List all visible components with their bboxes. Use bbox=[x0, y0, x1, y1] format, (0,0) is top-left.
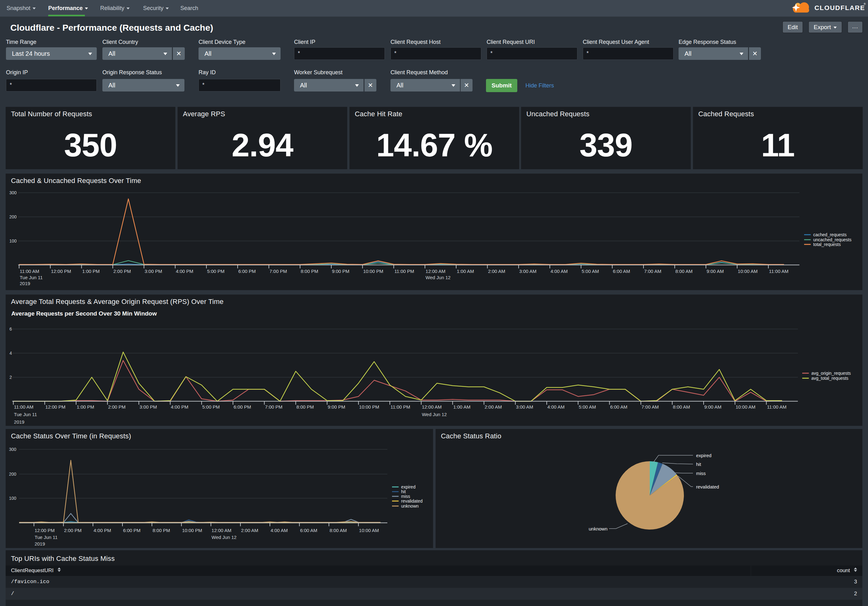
svg-text:11:00 PM: 11:00 PM bbox=[391, 404, 410, 410]
svg-text:avg_total_requests: avg_total_requests bbox=[811, 376, 848, 381]
svg-text:2019: 2019 bbox=[14, 419, 25, 424]
svg-text:6:00 AM: 6:00 AM bbox=[613, 269, 630, 274]
svg-text:CLOUDFLARE: CLOUDFLARE bbox=[814, 4, 865, 11]
svg-text:unknown: unknown bbox=[589, 526, 608, 531]
svg-text:200: 200 bbox=[9, 214, 17, 219]
svg-text:10:00 AM: 10:00 AM bbox=[736, 404, 755, 410]
svg-text:4:00 AM: 4:00 AM bbox=[271, 528, 288, 533]
svg-text:7:00 AM: 7:00 AM bbox=[642, 404, 659, 410]
svg-text:12:00 AM: 12:00 AM bbox=[212, 528, 231, 533]
svg-text:2:00 PM: 2:00 PM bbox=[64, 528, 82, 533]
svg-text:9:00 PM: 9:00 PM bbox=[332, 269, 349, 274]
svg-text:6:00 AM: 6:00 AM bbox=[610, 404, 627, 410]
svg-text:8:00 PM: 8:00 PM bbox=[296, 404, 314, 410]
svg-text:12:00 AM: 12:00 AM bbox=[422, 404, 442, 410]
svg-text:revalidated: revalidated bbox=[696, 484, 719, 489]
svg-text:5:00 AM: 5:00 AM bbox=[579, 404, 596, 410]
svg-text:4: 4 bbox=[9, 351, 12, 356]
svg-text:Tue Jun 11: Tue Jun 11 bbox=[34, 535, 57, 540]
svg-text:3:00 PM: 3:00 PM bbox=[140, 404, 157, 410]
svg-text:2019: 2019 bbox=[20, 281, 30, 286]
svg-text:Wed Jun 12: Wed Jun 12 bbox=[212, 535, 237, 540]
svg-text:1:00 PM: 1:00 PM bbox=[77, 404, 94, 410]
svg-text:2: 2 bbox=[9, 375, 12, 380]
svg-text:10:00 AM: 10:00 AM bbox=[738, 269, 758, 274]
svg-text:9:00 PM: 9:00 PM bbox=[328, 404, 346, 410]
svg-text:10:00 PM: 10:00 PM bbox=[182, 528, 202, 533]
svg-text:hit: hit bbox=[401, 489, 406, 494]
svg-text:9:00 AM: 9:00 AM bbox=[704, 404, 721, 410]
svg-text:expired: expired bbox=[696, 453, 711, 458]
svg-text:300: 300 bbox=[9, 190, 17, 195]
svg-text:3:00 AM: 3:00 AM bbox=[516, 404, 533, 410]
svg-text:6:00 PM: 6:00 PM bbox=[238, 269, 256, 274]
svg-text:2019: 2019 bbox=[34, 541, 45, 547]
svg-text:7:00 PM: 7:00 PM bbox=[265, 404, 282, 410]
svg-text:12:00 PM: 12:00 PM bbox=[51, 269, 71, 274]
svg-text:200: 200 bbox=[9, 472, 17, 477]
svg-text:2:00 PM: 2:00 PM bbox=[108, 404, 126, 410]
svg-text:10:00 PM: 10:00 PM bbox=[363, 269, 383, 274]
svg-text:11:00 PM: 11:00 PM bbox=[394, 269, 414, 274]
svg-text:cached_requests: cached_requests bbox=[813, 232, 847, 237]
svg-text:11:00 AM: 11:00 AM bbox=[14, 404, 34, 410]
svg-text:8:00 AM: 8:00 AM bbox=[673, 404, 690, 410]
svg-text:12:00 PM: 12:00 PM bbox=[45, 404, 65, 410]
svg-text:7:00 AM: 7:00 AM bbox=[644, 269, 661, 274]
svg-text:9:00 AM: 9:00 AM bbox=[707, 269, 724, 274]
svg-text:10:00 AM: 10:00 AM bbox=[359, 528, 379, 533]
svg-text:4:00 AM: 4:00 AM bbox=[547, 404, 564, 410]
svg-text:8:00 PM: 8:00 PM bbox=[152, 528, 170, 533]
svg-text:total_requests: total_requests bbox=[813, 242, 841, 247]
svg-text:4:00 PM: 4:00 PM bbox=[176, 269, 194, 274]
svg-text:10:00 PM: 10:00 PM bbox=[359, 404, 379, 410]
svg-text:4:00 AM: 4:00 AM bbox=[550, 269, 568, 274]
svg-text:4:00 PM: 4:00 PM bbox=[94, 528, 111, 533]
svg-text:6:00 AM: 6:00 AM bbox=[300, 528, 317, 533]
svg-text:300: 300 bbox=[9, 447, 17, 452]
svg-text:7:00 PM: 7:00 PM bbox=[270, 269, 287, 274]
svg-text:8:00 PM: 8:00 PM bbox=[301, 269, 318, 274]
svg-text:8:00 AM: 8:00 AM bbox=[676, 269, 693, 274]
svg-text:6:00 PM: 6:00 PM bbox=[123, 528, 141, 533]
svg-text:Wed Jun 12: Wed Jun 12 bbox=[422, 412, 447, 417]
svg-text:5:00 AM: 5:00 AM bbox=[582, 269, 599, 274]
svg-text:5:00 PM: 5:00 PM bbox=[202, 404, 220, 410]
svg-text:11:00 AM: 11:00 AM bbox=[767, 404, 786, 410]
svg-text:uncached_requests: uncached_requests bbox=[813, 237, 851, 242]
svg-text:2:00 AM: 2:00 AM bbox=[485, 404, 502, 410]
svg-text:12:00 PM: 12:00 PM bbox=[34, 528, 54, 533]
svg-text:1:00 AM: 1:00 AM bbox=[453, 404, 470, 410]
svg-text:12:00 AM: 12:00 AM bbox=[426, 269, 445, 274]
svg-text:hit: hit bbox=[696, 461, 701, 467]
svg-text:3:00 AM: 3:00 AM bbox=[519, 269, 536, 274]
svg-text:Tue Jun 11: Tue Jun 11 bbox=[14, 412, 37, 417]
svg-text:miss: miss bbox=[401, 494, 410, 499]
svg-text:3:00 PM: 3:00 PM bbox=[145, 269, 162, 274]
svg-text:100: 100 bbox=[9, 238, 17, 244]
svg-text:2:00 PM: 2:00 PM bbox=[113, 269, 131, 274]
svg-text:miss: miss bbox=[696, 471, 706, 476]
svg-text:5:00 PM: 5:00 PM bbox=[207, 269, 225, 274]
svg-text:2:00 AM: 2:00 AM bbox=[488, 269, 505, 274]
svg-text:6:00 PM: 6:00 PM bbox=[234, 404, 251, 410]
svg-text:avg_origin_requests: avg_origin_requests bbox=[811, 371, 851, 376]
svg-text:6: 6 bbox=[9, 326, 12, 331]
svg-text:11:00 AM: 11:00 AM bbox=[20, 269, 39, 274]
svg-text:®: ® bbox=[863, 3, 866, 6]
svg-text:expired: expired bbox=[401, 485, 415, 489]
svg-text:unknown: unknown bbox=[401, 503, 418, 508]
svg-text:Wed Jun 12: Wed Jun 12 bbox=[426, 275, 451, 280]
svg-text:4:00 PM: 4:00 PM bbox=[171, 404, 189, 410]
svg-text:8:00 AM: 8:00 AM bbox=[329, 528, 347, 533]
svg-text:100: 100 bbox=[9, 496, 17, 501]
svg-text:1:00 AM: 1:00 AM bbox=[457, 269, 474, 274]
svg-text:11:00 AM: 11:00 AM bbox=[769, 269, 789, 274]
svg-text:revalidated: revalidated bbox=[401, 499, 423, 503]
svg-text:1:00 PM: 1:00 PM bbox=[82, 269, 99, 274]
svg-text:2:00 AM: 2:00 AM bbox=[241, 528, 258, 533]
svg-text:Tue Jun 11: Tue Jun 11 bbox=[20, 275, 43, 280]
